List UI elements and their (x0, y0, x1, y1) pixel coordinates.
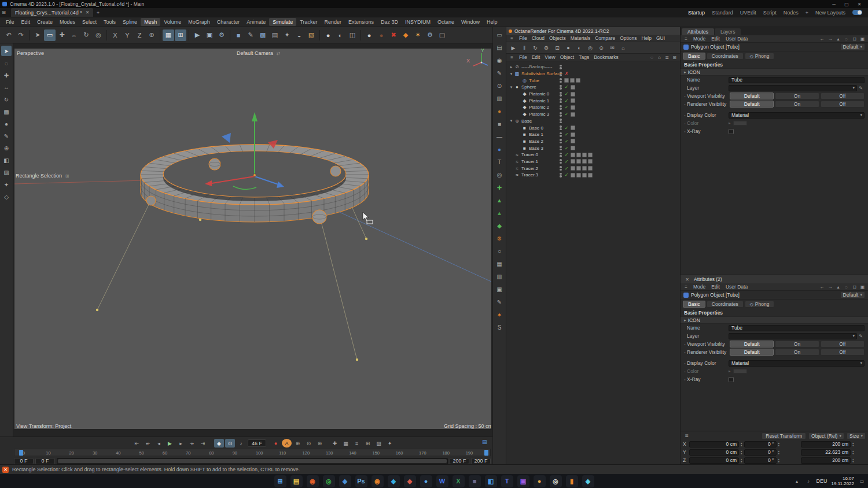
pen-icon[interactable]: ✎ (1, 131, 12, 141)
menu-select[interactable]: Select (79, 18, 100, 26)
new-window-icon[interactable]: ▣ (859, 36, 866, 42)
axis-gizmo[interactable] (473, 53, 488, 66)
stepper-icon[interactable]: ▴▾ (778, 442, 780, 446)
timeline-tick[interactable]: 30 (93, 450, 97, 456)
anim-dot-icon[interactable]: ◦ (683, 94, 687, 98)
tag-icon[interactable] (588, 159, 593, 164)
keyboard-language[interactable]: DEU (816, 478, 827, 484)
taskbar-app-purple[interactable]: ▣ (517, 475, 529, 487)
timeline-tick[interactable]: 140 (349, 450, 356, 456)
layer-picker-icon[interactable]: ✎ (857, 333, 865, 339)
menu-daz-3d[interactable]: Daz 3D (377, 18, 402, 26)
render-settings-icon[interactable]: ⚙ (216, 29, 227, 41)
transform-mode-dropdown[interactable]: Object (Rel) (808, 432, 844, 439)
tag-icon[interactable] (582, 159, 587, 164)
volume-icon[interactable]: ♪ (805, 478, 812, 485)
layout-startup[interactable]: Startup (688, 10, 705, 16)
menu-materials[interactable]: Materials (568, 35, 593, 41)
rotation-x-input[interactable]: 0 ° (744, 441, 777, 448)
object-label[interactable]: Tracer.0 (520, 152, 538, 157)
taskbar-folder[interactable]: ▮ (566, 475, 578, 487)
menu-volume[interactable]: Volume (160, 18, 185, 26)
tag-icon[interactable] (588, 166, 593, 171)
prev-key-icon[interactable]: ↞ (143, 439, 153, 448)
text-tool-icon[interactable]: T (494, 158, 505, 167)
stepper-icon[interactable]: ▴▾ (852, 450, 854, 454)
material-ball-icon[interactable]: ● (363, 29, 375, 41)
position-z-input[interactable]: 0 cm (689, 457, 739, 464)
tag-icon[interactable] (582, 173, 587, 178)
visibility-dots-icon[interactable] (560, 153, 562, 157)
render-restart-icon[interactable]: ↻ (531, 43, 540, 53)
renderer-visibility-default-button[interactable]: Default (730, 349, 774, 356)
close-icon[interactable]: ✕ (683, 276, 691, 283)
taskbar-app-white[interactable]: ◎ (550, 475, 562, 487)
sphere-small-icon[interactable]: ○ (494, 247, 505, 256)
layout-icon[interactable]: ▢ (436, 29, 448, 41)
new-window-icon[interactable]: ▣ (859, 284, 866, 290)
paint2-icon[interactable]: ✎ (494, 298, 505, 306)
preset-dropdown[interactable]: Default (840, 291, 865, 298)
timeline-tick[interactable]: 40 (116, 450, 120, 456)
move-icon[interactable]: ✚ (1, 70, 12, 80)
enabled-check-icon[interactable]: ✓ (564, 105, 569, 110)
menu-object[interactable]: Object (558, 54, 577, 60)
display-color-dropdown[interactable]: Material (729, 112, 865, 119)
anim-dot-icon[interactable]: ◦ (683, 350, 687, 354)
xray-checkbox[interactable] (729, 129, 734, 134)
next-key-icon[interactable]: ↠ (187, 439, 197, 448)
marker-icon[interactable]: ⊞ (363, 439, 373, 448)
menu-user-data[interactable]: User Data (723, 36, 750, 42)
tab-layers[interactable]: Layers (715, 28, 741, 35)
object-label[interactable]: Base 3 (528, 146, 543, 151)
visibility-dots-icon[interactable] (560, 132, 562, 137)
menu-simulate[interactable]: Simulate (269, 18, 296, 26)
tag-icon[interactable] (571, 153, 575, 157)
menu-insydium[interactable]: INSYDIUM (402, 18, 434, 26)
icon-group-row[interactable]: ▸ ICON (681, 316, 868, 324)
renderer-visibility-default-button[interactable]: Default (730, 101, 774, 108)
name-input[interactable]: Tube (729, 325, 865, 331)
generators-icon[interactable]: ▩ (257, 29, 269, 41)
layout-uvedit[interactable]: UVEdit (740, 10, 756, 16)
timeline-tick[interactable]: 50 (139, 450, 144, 456)
tag-icon[interactable] (571, 132, 575, 137)
anim-dot-icon[interactable]: ◦ (683, 378, 687, 382)
object-label[interactable]: -----Backup----- (520, 64, 552, 69)
taskbar-chat[interactable]: ◈ (582, 475, 594, 487)
range-end-field[interactable]: 200 F (450, 458, 469, 464)
visibility-dots-icon[interactable] (560, 72, 562, 76)
insydium-icon[interactable]: ✶ (412, 29, 424, 41)
camera2-icon[interactable]: ▣ (494, 285, 505, 294)
symmetry-icon[interactable]: ◧ (1, 155, 12, 165)
rotate-tool-icon[interactable]: ↻ (80, 29, 92, 41)
viewport[interactable]: Perspective Default Camera ⇄ Y X Rectang… (14, 48, 492, 430)
visibility-dots-icon[interactable] (560, 173, 562, 178)
spline-icon[interactable]: S (494, 323, 505, 332)
camera-label[interactable]: Default Camera ⇄ (237, 50, 282, 57)
enabled-check-icon[interactable]: ✓ (564, 132, 569, 137)
visibility-dots-icon[interactable] (560, 139, 562, 143)
send-icon[interactable]: ✉ (608, 43, 617, 53)
timeline-tick[interactable]: 10 (46, 450, 50, 456)
object-label[interactable]: Base (520, 119, 532, 124)
enabled-check-icon[interactable]: ✓ (564, 112, 569, 117)
tag-icon[interactable] (576, 173, 581, 178)
tab-coordinates[interactable]: Coordinates (707, 53, 744, 60)
tray-expand-icon[interactable]: ▴ (793, 478, 801, 485)
visibility-dots-icon[interactable] (560, 98, 562, 103)
lock-icon[interactable]: ⊡ (851, 36, 858, 42)
menu-animate[interactable]: Animate (243, 18, 269, 26)
object-label[interactable]: Base 1 (528, 132, 543, 137)
display-wire-icon[interactable]: ◐ (334, 29, 346, 41)
taskbar-app-blue[interactable]: ● (420, 475, 432, 487)
stepper-icon[interactable]: ▴▾ (741, 458, 742, 463)
menu-view[interactable]: View (542, 54, 557, 60)
key-interpolation-icon[interactable]: ⊙ (225, 439, 235, 448)
menu-mode[interactable]: Mode (691, 284, 708, 290)
taskbar-vscode[interactable]: ◧ (485, 475, 497, 487)
tag-icon[interactable] (582, 153, 587, 157)
viewport-visibility-on-button[interactable]: On (775, 93, 819, 99)
object-row[interactable]: ■Base 2✓ (506, 138, 680, 145)
close-button[interactable]: ✕ (853, 1, 866, 8)
